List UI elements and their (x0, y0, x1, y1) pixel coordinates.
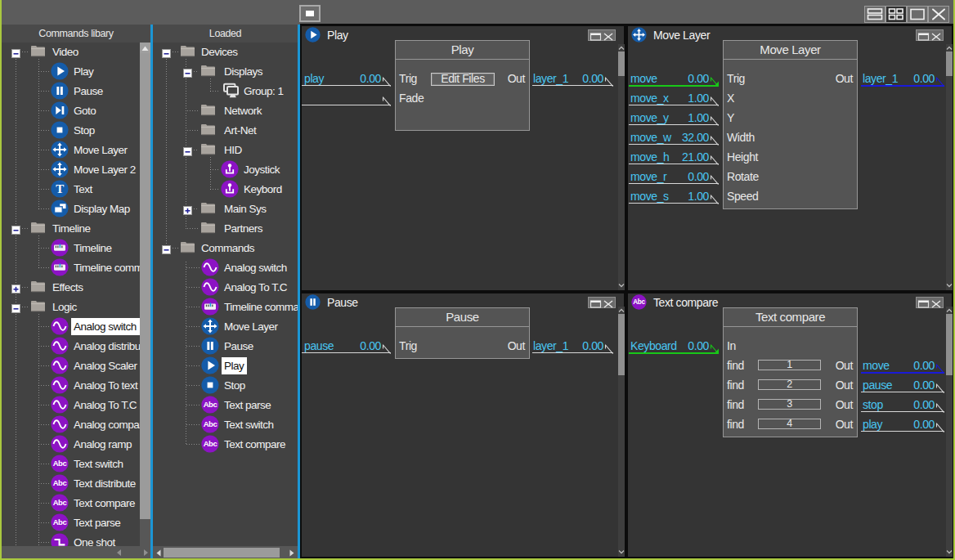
svg-text:Abc: Abc (53, 459, 67, 468)
svg-text:T: T (56, 182, 64, 195)
svg-text:Abc: Abc (204, 439, 217, 448)
svg-text:Abc: Abc (53, 517, 67, 526)
svg-text:Abc: Abc (53, 498, 67, 507)
svg-text:Abc: Abc (204, 419, 217, 428)
svg-text:Abc: Abc (204, 400, 217, 409)
svg-text:Abc: Abc (53, 478, 67, 487)
svg-text:Abc: Abc (633, 298, 645, 306)
